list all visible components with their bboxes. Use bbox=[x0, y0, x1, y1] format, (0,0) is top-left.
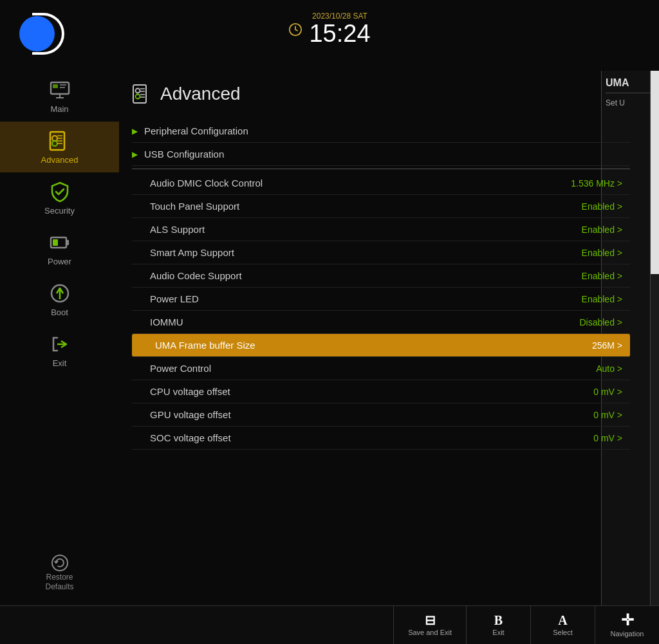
item-left-als-support: ALS Support bbox=[132, 224, 205, 235]
svg-point-11 bbox=[52, 141, 57, 146]
battery-icon bbox=[48, 231, 71, 254]
settings-item-smart-amp[interactable]: Smart Amp SupportEnabled > bbox=[132, 241, 630, 264]
item-value-power-led: Enabled > bbox=[582, 294, 622, 304]
item-value-touch-panel: Enabled > bbox=[582, 201, 622, 212]
sidebar-label-main: Main bbox=[50, 104, 68, 114]
save-and-exit-label: Save and Exit bbox=[408, 629, 452, 636]
sidebar-item-boot[interactable]: Boot bbox=[0, 274, 119, 325]
monitor-icon bbox=[48, 78, 71, 102]
item-value-iommu: Disabled > bbox=[579, 317, 622, 327]
sidebar-item-power[interactable]: Power bbox=[0, 223, 119, 274]
scrollbar-track[interactable] bbox=[650, 71, 659, 605]
item-value-soc-voltage: 0 mV > bbox=[593, 433, 622, 443]
date-display: 2023/10/28 SAT bbox=[309, 12, 370, 21]
settings-item-iommu[interactable]: IOMMUDisabled > bbox=[132, 311, 630, 334]
shield-icon bbox=[48, 180, 71, 203]
sidebar-label-security: Security bbox=[44, 206, 75, 216]
time-block: 2023/10/28 SAT 15:24 bbox=[309, 12, 370, 48]
navigation-button[interactable]: ✛ Navigation bbox=[595, 606, 659, 644]
svg-point-8 bbox=[52, 136, 57, 141]
item-left-power-control: Power Control bbox=[132, 363, 211, 374]
exit-b-icon: B bbox=[494, 614, 503, 627]
exit-button[interactable]: B Exit bbox=[466, 606, 530, 644]
item-name-touch-panel: Touch Panel Support bbox=[150, 201, 239, 212]
item-name-als-support: ALS Support bbox=[150, 224, 205, 235]
item-name-gpu-voltage: GPU voltage offset bbox=[150, 409, 231, 420]
item-name-audio-codec: Audio Codec Support bbox=[150, 270, 242, 281]
submenu-arrow-peripheral-config: ▶ bbox=[132, 127, 138, 136]
item-left-uma-frame-buffer: UMA Frame buffer Size bbox=[137, 340, 255, 351]
page-title-row: Advanced bbox=[119, 84, 630, 104]
settings-list: ▶Peripheral Configuration▶USB Configurat… bbox=[119, 120, 630, 450]
item-value-smart-amp: Enabled > bbox=[582, 248, 622, 258]
item-name-iommu: IOMMU bbox=[150, 317, 183, 327]
sidebar-item-security[interactable]: Security bbox=[0, 172, 119, 223]
advanced-icon bbox=[48, 129, 71, 152]
settings-item-power-control[interactable]: Power ControlAuto > bbox=[132, 357, 630, 380]
save-and-exit-button[interactable]: ⊟ Save and Exit bbox=[393, 606, 466, 644]
settings-item-audio-dmic[interactable]: Audio DMIC Clock Control1.536 MHz > bbox=[132, 172, 630, 195]
svg-point-25 bbox=[136, 95, 140, 99]
item-name-cpu-voltage: CPU voltage offset bbox=[150, 386, 230, 397]
item-name-peripheral-config: Peripheral Configuration bbox=[144, 125, 248, 136]
svg-rect-4 bbox=[53, 84, 58, 88]
clock-icon bbox=[288, 23, 302, 37]
item-left-peripheral-config: ▶Peripheral Configuration bbox=[132, 125, 248, 136]
separator-usb-config bbox=[132, 169, 630, 169]
scrollbar-thumb bbox=[651, 71, 659, 274]
select-button[interactable]: A Select bbox=[530, 606, 595, 644]
submenu-arrow-usb-config: ▶ bbox=[132, 150, 138, 159]
item-name-power-led: Power LED bbox=[150, 293, 199, 304]
item-name-audio-dmic: Audio DMIC Clock Control bbox=[150, 178, 263, 189]
boot-icon bbox=[48, 282, 71, 305]
svg-rect-16 bbox=[53, 239, 58, 246]
sidebar-label-exit: Exit bbox=[53, 358, 67, 368]
svg-point-20 bbox=[52, 555, 68, 571]
item-left-gpu-voltage: GPU voltage offset bbox=[132, 409, 231, 420]
svg-point-22 bbox=[136, 89, 140, 93]
settings-item-touch-panel[interactable]: Touch Panel SupportEnabled > bbox=[132, 195, 630, 218]
item-left-touch-panel: Touch Panel Support bbox=[132, 201, 239, 212]
item-value-uma-frame-buffer: 256M > bbox=[592, 340, 622, 351]
item-value-gpu-voltage: 0 mV > bbox=[593, 410, 622, 420]
page-title: Advanced bbox=[160, 84, 241, 104]
item-value-audio-dmic: 1.536 MHz > bbox=[571, 178, 622, 189]
exit-label: Exit bbox=[492, 629, 504, 636]
sidebar-item-main[interactable]: Main bbox=[0, 71, 119, 122]
item-left-smart-amp: Smart Amp Support bbox=[132, 247, 234, 258]
settings-item-soc-voltage[interactable]: SOC voltage offset0 mV > bbox=[132, 427, 630, 450]
item-name-usb-config: USB Configuration bbox=[144, 149, 224, 160]
item-left-audio-codec: Audio Codec Support bbox=[132, 270, 242, 281]
select-a-icon: A bbox=[558, 614, 567, 627]
sidebar-item-exit[interactable]: Exit bbox=[0, 325, 119, 376]
item-value-cpu-voltage: 0 mV > bbox=[593, 387, 622, 397]
sidebar: Main Advanced Security Power bbox=[0, 71, 119, 605]
svg-rect-21 bbox=[133, 85, 146, 103]
settings-item-power-led[interactable]: Power LEDEnabled > bbox=[132, 288, 630, 311]
settings-item-als-support[interactable]: ALS SupportEnabled > bbox=[132, 218, 630, 241]
settings-item-cpu-voltage[interactable]: CPU voltage offset0 mV > bbox=[132, 380, 630, 403]
advanced-page-icon bbox=[132, 84, 153, 104]
item-left-soc-voltage: SOC voltage offset bbox=[132, 432, 231, 443]
settings-item-uma-frame-buffer[interactable]: UMA Frame buffer Size256M > bbox=[132, 334, 630, 357]
exit-icon bbox=[48, 333, 71, 356]
settings-item-usb-config[interactable]: ▶USB Configuration bbox=[132, 143, 630, 166]
settings-item-gpu-voltage[interactable]: GPU voltage offset0 mV > bbox=[132, 403, 630, 427]
item-name-smart-amp: Smart Amp Support bbox=[150, 247, 234, 258]
restore-defaults-button[interactable]: RestoreDefaults bbox=[0, 547, 119, 599]
sidebar-label-power: Power bbox=[48, 257, 71, 266]
item-name-soc-voltage: SOC voltage offset bbox=[150, 432, 231, 443]
item-left-cpu-voltage: CPU voltage offset bbox=[132, 386, 230, 397]
navigation-icon: ✛ bbox=[621, 612, 634, 628]
sidebar-label-advanced: Advanced bbox=[41, 155, 79, 165]
restore-icon bbox=[50, 553, 70, 573]
bottom-bar: ⊟ Save and Exit B Exit A Select ✛ Naviga… bbox=[0, 605, 659, 644]
navigation-label: Navigation bbox=[611, 630, 644, 638]
item-value-als-support: Enabled > bbox=[582, 225, 622, 235]
item-name-uma-frame-buffer: UMA Frame buffer Size bbox=[155, 340, 255, 351]
sidebar-item-advanced[interactable]: Advanced bbox=[0, 122, 119, 172]
settings-item-peripheral-config[interactable]: ▶Peripheral Configuration bbox=[132, 120, 630, 143]
item-name-power-control: Power Control bbox=[150, 363, 211, 374]
sidebar-label-boot: Boot bbox=[51, 308, 68, 317]
settings-item-audio-codec[interactable]: Audio Codec SupportEnabled > bbox=[132, 264, 630, 288]
